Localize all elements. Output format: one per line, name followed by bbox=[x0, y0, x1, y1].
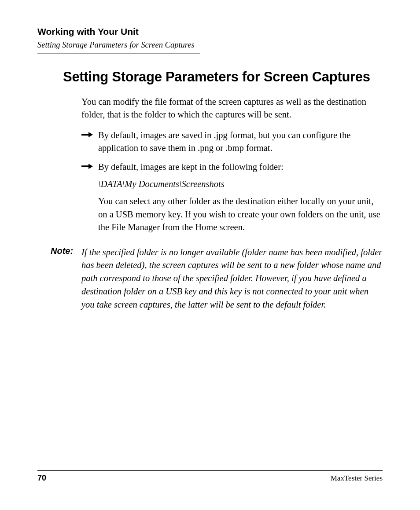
section-subtitle: Setting Storage Parameters for Screen Ca… bbox=[37, 40, 383, 50]
folder-path: \DATA\My Documents\Screenshots bbox=[98, 178, 383, 191]
note-label: Note: bbox=[51, 246, 81, 312]
header-rule bbox=[37, 53, 200, 54]
bullet-continuation: You can select any other folder as the d… bbox=[98, 195, 383, 233]
bullet-list: By default, images are saved in .jpg for… bbox=[81, 129, 383, 234]
arrow-icon bbox=[81, 132, 93, 138]
bullet-text: By default, images are saved in .jpg for… bbox=[98, 130, 350, 153]
page-number: 70 bbox=[37, 473, 46, 483]
arrow-icon bbox=[81, 163, 93, 169]
intro-paragraph: You can modify the file format of the sc… bbox=[81, 95, 383, 121]
running-header: Working with Your Unit Setting Storage P… bbox=[37, 26, 383, 54]
body-content: You can modify the file format of the sc… bbox=[81, 95, 383, 234]
document-page: Working with Your Unit Setting Storage P… bbox=[0, 0, 420, 510]
page-footer: 70 MaxTester Series bbox=[37, 470, 383, 483]
bullet-text: By default, images are kept in the follo… bbox=[98, 162, 284, 172]
chapter-title: Working with Your Unit bbox=[37, 26, 383, 37]
note-text: If the specified folder is no longer ava… bbox=[81, 246, 383, 312]
document-series: MaxTester Series bbox=[331, 474, 383, 483]
main-heading: Setting Storage Parameters for Screen Ca… bbox=[63, 69, 380, 86]
note-block: Note: If the specified folder is no long… bbox=[51, 246, 383, 312]
list-item: By default, images are kept in the follo… bbox=[81, 161, 383, 234]
list-item: By default, images are saved in .jpg for… bbox=[81, 129, 383, 154]
